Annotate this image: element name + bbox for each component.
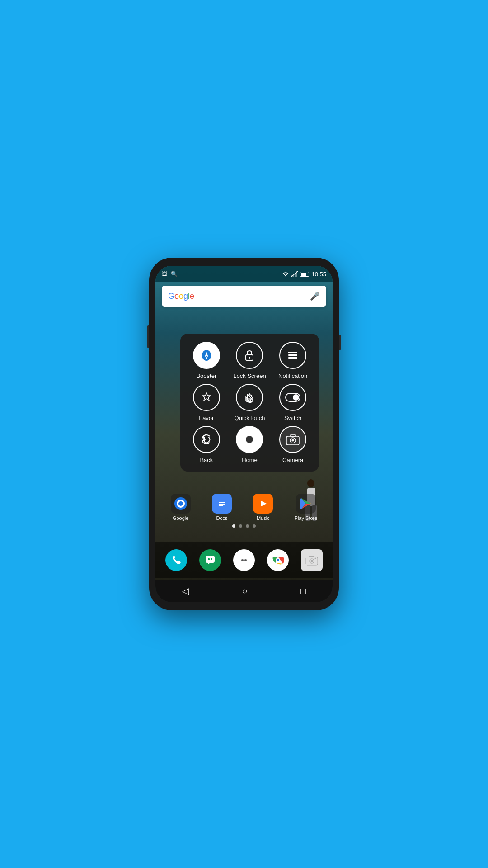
- dot-3: [246, 524, 249, 528]
- svg-point-13: [249, 357, 250, 359]
- phone-icon: [171, 555, 182, 566]
- status-time: 10:55: [311, 271, 326, 278]
- music-app-label: Music: [257, 515, 270, 521]
- popup-item-switch[interactable]: Switch: [271, 384, 314, 421]
- quicktouch-icon: [243, 391, 256, 404]
- dock-phone[interactable]: [165, 549, 187, 571]
- camera-icon: [286, 434, 300, 445]
- photo-icon: 🖼: [162, 271, 167, 277]
- svg-point-4: [285, 275, 286, 276]
- booster-label: Booster: [196, 373, 216, 379]
- side-button-power: [339, 335, 341, 350]
- status-left: 🖼 🔍: [162, 271, 178, 277]
- svg-point-11: [206, 357, 207, 359]
- favor-label: Favor: [199, 415, 214, 421]
- camera-label: Camera: [282, 457, 303, 463]
- svg-rect-35: [208, 558, 210, 560]
- home-icon: [243, 433, 256, 446]
- dot-2: [239, 524, 242, 528]
- popup-item-favor[interactable]: Favor: [185, 384, 228, 421]
- nav-bar: ◁ ○ □: [155, 580, 333, 602]
- switch-label: Switch: [284, 415, 301, 421]
- google-search-bar[interactable]: Google 🎤: [162, 286, 326, 307]
- dot-1: [232, 524, 235, 528]
- popup-item-booster[interactable]: Booster: [185, 342, 228, 379]
- side-button-vol: [147, 326, 149, 348]
- dot-4: [253, 524, 256, 528]
- app-docs[interactable]: Docs: [212, 494, 232, 521]
- favor-icon: [200, 391, 213, 404]
- svg-point-0: [307, 479, 314, 487]
- dock-camera[interactable]: [301, 549, 323, 571]
- google-app-label: Google: [173, 515, 188, 521]
- popup-item-back[interactable]: Back: [185, 426, 228, 463]
- back-label: Back: [200, 457, 213, 463]
- popup-item-home[interactable]: Home: [228, 426, 272, 463]
- lock-screen-icon: [243, 349, 256, 362]
- road-line: [155, 523, 333, 523]
- popup-item-quicktouch[interactable]: QuickTouch: [228, 384, 272, 421]
- play-store-label: Play Store: [295, 515, 318, 521]
- notification-label: Notification: [278, 373, 307, 379]
- svg-point-28: [178, 501, 183, 506]
- page-dots: [155, 524, 333, 528]
- search-icon: 🔍: [171, 271, 178, 277]
- svg-rect-25: [291, 434, 295, 437]
- svg-rect-16: [288, 354, 297, 356]
- status-bar: 🖼 🔍: [155, 266, 333, 282]
- svg-rect-34: [206, 556, 215, 563]
- notification-icon: [286, 349, 300, 362]
- back-nav-button[interactable]: ◁: [182, 585, 189, 596]
- svg-point-38: [243, 559, 245, 561]
- svg-rect-36: [211, 558, 212, 560]
- battery-icon: [300, 272, 309, 277]
- app-music[interactable]: Music: [253, 494, 273, 521]
- app-play-store[interactable]: Play Store: [295, 494, 318, 521]
- svg-point-20: [293, 394, 299, 401]
- quicktouch-label: QuickTouch: [235, 415, 265, 421]
- app-row: Google Docs: [155, 494, 333, 521]
- svg-point-21: [246, 436, 253, 443]
- signal-icon: [291, 271, 298, 277]
- popup-item-notification[interactable]: Notification: [271, 342, 314, 379]
- hangouts-icon: [205, 555, 216, 566]
- svg-rect-17: [288, 357, 297, 359]
- status-right: 10:55: [282, 271, 326, 278]
- mic-icon[interactable]: 🎤: [310, 291, 320, 301]
- wifi-icon: [282, 271, 289, 277]
- chrome-icon: [272, 554, 284, 566]
- back-icon: [200, 433, 213, 446]
- docs-app-label: Docs: [216, 515, 227, 521]
- lock-screen-label: Lock Screen: [233, 373, 266, 379]
- svg-point-45: [311, 560, 313, 562]
- svg-point-37: [241, 559, 243, 561]
- dock-messages[interactable]: [233, 549, 255, 571]
- recents-nav-button[interactable]: □: [300, 586, 306, 596]
- svg-point-24: [292, 439, 294, 442]
- popup-menu: Booster Lock Screen: [180, 334, 319, 472]
- messages-icon: [239, 555, 249, 566]
- svg-point-46: [315, 558, 316, 559]
- dock-hangouts[interactable]: [199, 549, 221, 571]
- svg-rect-30: [219, 502, 225, 503]
- booster-icon: [198, 347, 215, 363]
- switch-icon: [285, 393, 300, 402]
- svg-rect-15: [288, 352, 297, 353]
- home-label: Home: [242, 457, 258, 463]
- home-nav-button[interactable]: ○: [242, 586, 247, 596]
- popup-item-camera[interactable]: Camera: [271, 426, 314, 463]
- bottom-dock: [155, 542, 333, 578]
- google-logo: Google: [168, 292, 194, 301]
- camera2-icon: [305, 555, 318, 566]
- phone-container: 🖼 🔍: [149, 258, 339, 610]
- phone-screen: 🖼 🔍: [155, 266, 333, 602]
- svg-rect-31: [219, 504, 225, 505]
- popup-item-lock-screen[interactable]: Lock Screen: [228, 342, 272, 379]
- svg-point-39: [245, 559, 247, 561]
- svg-rect-32: [219, 505, 223, 506]
- dock-chrome[interactable]: [267, 549, 289, 571]
- app-google[interactable]: Google: [171, 494, 191, 521]
- svg-point-42: [277, 559, 279, 561]
